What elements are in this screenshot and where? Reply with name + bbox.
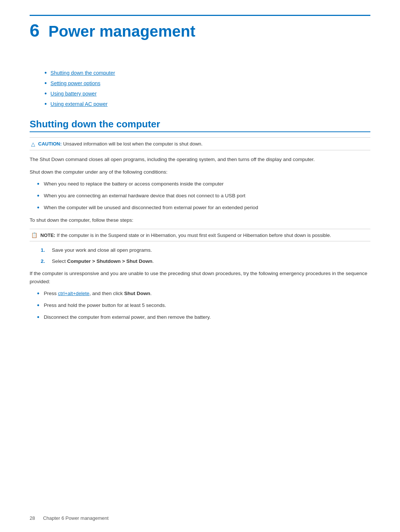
chapter-number: 6 — [30, 22, 40, 40]
step-2-text: Select Computer > Shutdown > Shut Down. — [52, 258, 154, 265]
emergency-step-2: Press and hold the power button for at l… — [37, 302, 370, 310]
toc-link-battery[interactable]: Using battery power — [50, 91, 97, 97]
condition-2: When you are connecting an external hard… — [37, 192, 370, 200]
emergency-step-3: Disconnect the computer from external po… — [37, 314, 370, 322]
emergency-step-3-text: Disconnect the computer from external po… — [44, 314, 211, 321]
section-header: Shutting down the computer — [30, 118, 370, 132]
toc-link-shutdown[interactable]: Shutting down the computer — [50, 70, 115, 76]
note-box: 📋 NOTE: If the computer is in the Suspen… — [30, 229, 370, 241]
emergency-list: Press ctrl+alt+delete, and then click Sh… — [37, 290, 370, 321]
chapter-header: 6 Power management — [30, 15, 370, 40]
shutdown-intro-p1: The Shut Down command closes all open pr… — [30, 155, 370, 164]
toc-link-ac-power[interactable]: Using external AC power — [50, 101, 107, 107]
shutdown-intro-p2: Shut down the computer under any of the … — [30, 168, 370, 176]
step-2: 2. Select Computer > Shutdown > Shut Dow… — [41, 258, 370, 265]
section-title: Shutting down the computer — [30, 118, 160, 130]
chapter-title: Power management — [49, 23, 196, 40]
note-icon: 📋 — [31, 232, 37, 238]
toc-item-4: Using external AC power — [44, 101, 370, 107]
condition-3-text: When the computer will be unused and dis… — [44, 204, 258, 211]
condition-1-text: When you need to replace the battery or … — [44, 180, 224, 188]
toc-item-3: Using battery power — [44, 90, 370, 97]
toc-link-power-options[interactable]: Setting power options — [50, 80, 100, 86]
note-text: If the computer is in the Suspend state … — [57, 232, 331, 238]
caution-box: △ CAUTION: Unsaved information will be l… — [30, 137, 370, 150]
toc-item-2: Setting power options — [44, 80, 370, 87]
step-1: 1. Save your work and close all open pro… — [41, 247, 370, 254]
ctrl-alt-delete-link[interactable]: ctrl+alt+delete — [58, 291, 90, 296]
step-2-bold: Computer > Shutdown > Shut Down — [67, 258, 152, 264]
condition-2-text: When you are connecting an external hard… — [44, 192, 245, 200]
step-2-num: 2. — [41, 258, 47, 265]
steps-list: 1. Save your work and close all open pro… — [41, 247, 370, 265]
conditions-list: When you need to replace the battery or … — [37, 180, 370, 212]
step-1-text: Save your work and close all open progra… — [52, 247, 152, 254]
footer-chapter-ref: Chapter 6 Power management — [43, 515, 109, 521]
emergency-intro: If the computer is unresponsive and you … — [30, 270, 370, 285]
note-label: NOTE: — [40, 232, 55, 238]
emergency-step-1: Press ctrl+alt+delete, and then click Sh… — [37, 290, 370, 298]
caution-label: CAUTION: — [38, 141, 62, 147]
shut-down-bold: Shut Down — [124, 291, 150, 296]
caution-icon: △ — [31, 141, 35, 147]
emergency-step-2-text: Press and hold the power button for at l… — [44, 302, 166, 309]
toc-item-1: Shutting down the computer — [44, 70, 370, 76]
step-1-num: 1. — [41, 247, 47, 254]
footer: 28 Chapter 6 Power management — [30, 515, 109, 521]
footer-page: 28 — [30, 515, 35, 521]
caution-text: Unsaved information will be lost when th… — [63, 141, 202, 147]
shutdown-section: Shutting down the computer △ CAUTION: Un… — [30, 118, 370, 321]
condition-3: When the computer will be unused and dis… — [37, 204, 370, 212]
condition-1: When you need to replace the battery or … — [37, 180, 370, 188]
toc-list: Shutting down the computer Setting power… — [44, 70, 370, 107]
emergency-step-1-text: Press ctrl+alt+delete, and then click Sh… — [44, 290, 151, 297]
steps-intro: To shut down the computer, follow these … — [30, 216, 370, 224]
